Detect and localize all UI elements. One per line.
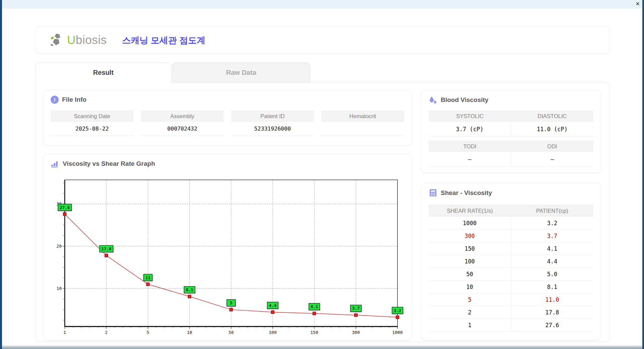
shear-rate-cell: 300 (429, 230, 511, 242)
calculator-icon (429, 189, 437, 197)
svg-text:3.2: 3.2 (394, 308, 401, 313)
svg-text:50: 50 (228, 330, 234, 335)
file-info-title: i File Info (51, 96, 87, 104)
svg-text:10: 10 (56, 286, 62, 291)
svg-text:10: 10 (187, 330, 192, 335)
metric-value: – (511, 152, 594, 167)
svg-text:20: 20 (56, 244, 62, 249)
field-label: Hematocrit (321, 110, 404, 122)
field-value: 2025-08-22 (51, 122, 133, 136)
patient-cell: 8.1 (511, 281, 594, 293)
svg-text:5: 5 (230, 300, 232, 305)
metric-label: ODI (511, 141, 594, 152)
svg-text:2: 2 (105, 330, 108, 335)
svg-text:1: 1 (63, 330, 66, 335)
window-titlebar: ✕ (0, 0, 644, 8)
field-value: 000702432 (141, 122, 224, 136)
column-header: SHEAR RATE(1/s) (429, 205, 511, 217)
metric-label: SYSTOLIC (429, 110, 511, 122)
patient-cell: 11.0 (511, 293, 594, 306)
chart-canvas: 1020301251050100150300100027.617.8118.15… (52, 175, 404, 338)
bv-todi-odi-headers: TODI ODI – – (429, 141, 593, 167)
file-info-fields: Scanning Date 2025-08-22 Assembly 000702… (51, 110, 404, 136)
viscosity-shear-chart: 1020301251050100150300100027.617.8118.15… (52, 175, 404, 338)
window-edge-bottom (0, 346, 644, 349)
table-header-row: SHEAR RATE(1/s) PATIENT(cp) (429, 205, 593, 217)
shear-rate-cell: 50 (429, 268, 511, 281)
table-row: 3003.7 (429, 230, 593, 242)
field-value (321, 122, 404, 136)
patient-cell: 3.2 (511, 217, 594, 230)
patient-cell: 4.1 (511, 242, 594, 255)
svg-text:4.1: 4.1 (311, 304, 318, 309)
close-icon[interactable]: ✕ (636, 1, 640, 7)
svg-text:300: 300 (352, 330, 360, 335)
bv-systolic-diastolic-headers: SYSTOLIC DIASTOLIC 3.7 (cP) 11.0 (cP) (429, 110, 593, 137)
svg-text:4.4: 4.4 (269, 303, 277, 308)
shear-viscosity-title: Shear - Viscosity (429, 189, 492, 197)
app-logo: Ubiosis (50, 32, 107, 48)
metric-value: 3.7 (cP) (429, 122, 511, 137)
field-label: Assembly (141, 110, 224, 122)
column-header: PATIENT(cp) (511, 205, 594, 217)
table-row: 1004.4 (429, 255, 593, 268)
page-title: 스캐닝 모세관 점도계 (122, 35, 205, 46)
field-value: 52331926000 (231, 122, 314, 136)
graph-card: Viscosity vs Shear Rate Graph 1020301251… (43, 154, 412, 340)
shear-rate-cell: 5 (429, 293, 511, 306)
shear-rate-cell: 1 (429, 319, 511, 332)
patient-cell: 4.4 (511, 255, 594, 268)
svg-text:11: 11 (145, 275, 150, 280)
file-info-card: i File Info Scanning Date 2025-08-22 Ass… (43, 90, 412, 146)
patient-cell: 17.8 (511, 306, 594, 319)
graph-title: Viscosity vs Shear Rate Graph (51, 159, 155, 168)
tab-raw-data[interactable]: Raw Data (172, 62, 310, 83)
patient-cell: 3.7 (511, 230, 594, 242)
field-scanning-date: Scanning Date 2025-08-22 (51, 110, 133, 136)
field-assembly: Assembly 000702432 (141, 110, 224, 136)
svg-text:27.6: 27.6 (60, 205, 70, 210)
shear-rate-cell: 1000 (429, 217, 511, 230)
metric-label: TODI (429, 141, 511, 152)
table-row: 127.6 (429, 319, 593, 332)
svg-text:17.8: 17.8 (101, 246, 111, 251)
table-row: 505.0 (429, 268, 593, 281)
file-info-title-text: File Info (62, 96, 87, 103)
svg-text:150: 150 (310, 330, 318, 335)
tab-result[interactable]: Result (35, 62, 171, 83)
field-label: Scanning Date (51, 110, 133, 122)
blood-viscosity-title-text: Blood Viscosity (441, 96, 488, 104)
blood-viscosity-title: Blood Viscosity (429, 96, 488, 104)
logo-text: Ubiosis (67, 33, 107, 47)
table-row: 217.8 (429, 306, 593, 319)
shear-rate-cell: 10 (429, 281, 511, 293)
table-row: 10003.2 (429, 217, 593, 230)
svg-text:100: 100 (269, 330, 276, 335)
table-row: 511.0 (429, 293, 593, 306)
shear-viscosity-table: SHEAR RATE(1/s) PATIENT(cp) 10003.2 3003… (429, 205, 593, 332)
bar-chart-icon (51, 159, 59, 168)
shear-rate-cell: 2 (429, 306, 511, 319)
metric-value: – (429, 152, 511, 167)
window-edge-right (642, 0, 644, 349)
field-hematocrit: Hematocrit (321, 110, 404, 136)
metric-label: DIASTOLIC (511, 110, 594, 122)
svg-text:3.7: 3.7 (352, 306, 360, 311)
patient-cell: 5.0 (511, 268, 594, 281)
window-edge-left (0, 0, 2, 349)
blood-drops-icon (429, 96, 437, 104)
svg-text:8.1: 8.1 (186, 287, 194, 292)
patient-cell: 27.6 (511, 319, 594, 332)
table-row: 108.1 (429, 281, 593, 293)
svg-text:1000: 1000 (392, 330, 402, 335)
blood-viscosity-card: Blood Viscosity SYSTOLIC DIASTOLIC 3.7 (… (421, 90, 601, 173)
info-icon: i (51, 96, 59, 104)
svg-text:5: 5 (147, 330, 149, 335)
field-label: Patient ID (231, 110, 314, 122)
header-card: Ubiosis 스캐닝 모세관 점도계 (35, 26, 609, 54)
table-row: 1504.1 (429, 242, 593, 255)
shear-rate-cell: 150 (429, 242, 511, 255)
shear-viscosity-card: Shear - Viscosity SHEAR RATE(1/s) PATIEN… (421, 183, 601, 340)
ubiosis-logo-icon (50, 32, 65, 48)
graph-title-text: Viscosity vs Shear Rate Graph (63, 160, 155, 167)
